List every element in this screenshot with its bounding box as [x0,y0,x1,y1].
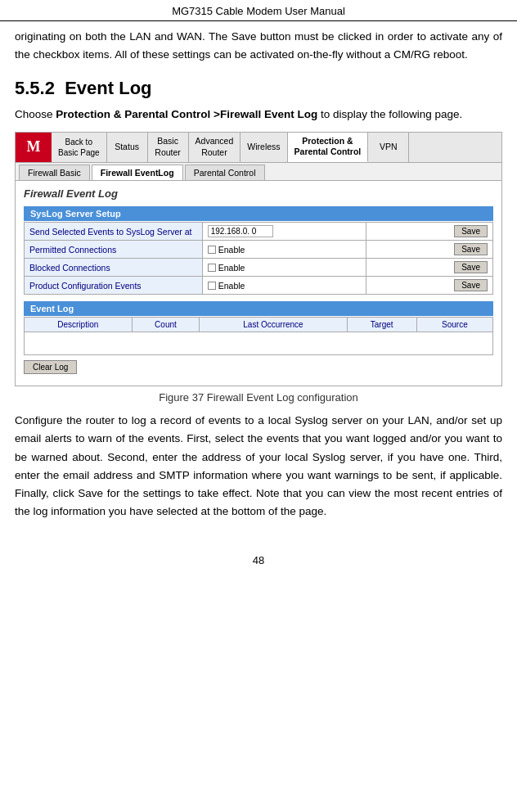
section-description: Choose Protection & Parental Control >Fi… [15,106,502,124]
clear-log-container: Clear Log [24,360,493,374]
syslog-ip-input[interactable] [208,225,273,237]
col-count: Count [132,318,200,332]
col-target: Target [347,318,416,332]
motorola-m-icon: M [27,138,41,156]
syslog-save-server-button[interactable]: Save [454,225,488,237]
nav-back-to-basic[interactable]: Back to Basic Page [52,133,107,162]
sub-nav-firewall-eventlog[interactable]: Firewall EventLog [92,165,183,180]
syslog-save-blocked-button[interactable]: Save [454,261,488,273]
syslog-label-permitted: Permitted Connections [25,241,203,259]
syslog-row-permitted: Permitted Connections Enable Save [25,241,493,259]
event-table-empty-row [25,332,493,355]
syslog-save-permitted-button[interactable]: Save [454,243,488,255]
page-footer: 48 [15,554,502,575]
syslog-save-server: Save [366,223,493,241]
nav-protection[interactable]: Protection & Parental Control [288,133,369,162]
page-header: MG7315 Cable Modem User Manual [0,0,517,21]
body-paragraph: Configure the router to log a record of … [15,412,502,521]
col-source: Source [416,318,492,332]
event-log-header: Event Log [24,301,493,316]
section-title: 5.5.2 Event Log [15,78,502,99]
event-table-header-row: Description Count Last Occurrence Target… [25,318,493,332]
header-title: MG7315 Cable Modem User Manual [172,5,345,17]
permitted-checkbox[interactable] [208,246,216,254]
nav-status[interactable]: Status [107,133,148,162]
nav-vpn[interactable]: VPN [368,133,409,162]
syslog-value-server [202,223,366,241]
syslog-header: SysLog Server Setup [24,206,493,221]
syslog-row-server: Send Selected Events to SysLog Server at… [25,223,493,241]
syslog-row-blocked: Blocked Connections Enable Save [25,259,493,277]
product-checkbox[interactable] [208,282,216,290]
router-ui-mockup: M Back to Basic Page Status Basic Router… [15,132,502,386]
page-number: 48 [253,554,264,566]
syslog-label-blocked: Blocked Connections [25,259,203,277]
figure-caption: Figure 37 Firewall Event Log configurati… [15,391,502,404]
clear-log-button[interactable]: Clear Log [24,360,77,374]
blocked-checkbox[interactable] [208,264,216,272]
sub-nav-parental-control[interactable]: Parental Control [185,165,265,180]
sub-nav-firewall-basic[interactable]: Firewall Basic [19,165,90,180]
top-nav: M Back to Basic Page Status Basic Router… [16,133,501,163]
intro-paragraph: originating on both the LAN and WAN. The… [15,28,502,63]
syslog-label-server: Send Selected Events to SysLog Server at [25,223,203,241]
col-last-occurrence: Last Occurrence [200,318,347,332]
nav-advanced-router[interactable]: Advanced Router [189,133,241,162]
col-description: Description [25,318,133,332]
syslog-value-blocked: Enable [202,259,366,277]
syslog-value-permitted: Enable [202,241,366,259]
event-log-table: Description Count Last Occurrence Target… [24,317,493,355]
ui-content-area: Firewall Event Log SysLog Server Setup S… [16,181,501,386]
syslog-value-product: Enable [202,277,366,295]
motorola-logo: M [16,133,52,162]
syslog-save-product-button[interactable]: Save [454,279,488,291]
nav-wireless[interactable]: Wireless [241,133,287,162]
syslog-row-product: Product Configuration Events Enable Save [25,277,493,295]
syslog-label-product: Product Configuration Events [25,277,203,295]
ui-page-title: Firewall Event Log [24,187,493,200]
nav-basic-router[interactable]: Basic Router [148,133,189,162]
main-content: originating on both the LAN and WAN. The… [0,28,517,575]
syslog-table: Send Selected Events to SysLog Server at… [24,222,493,295]
sub-nav: Firewall Basic Firewall EventLog Parenta… [16,163,501,181]
